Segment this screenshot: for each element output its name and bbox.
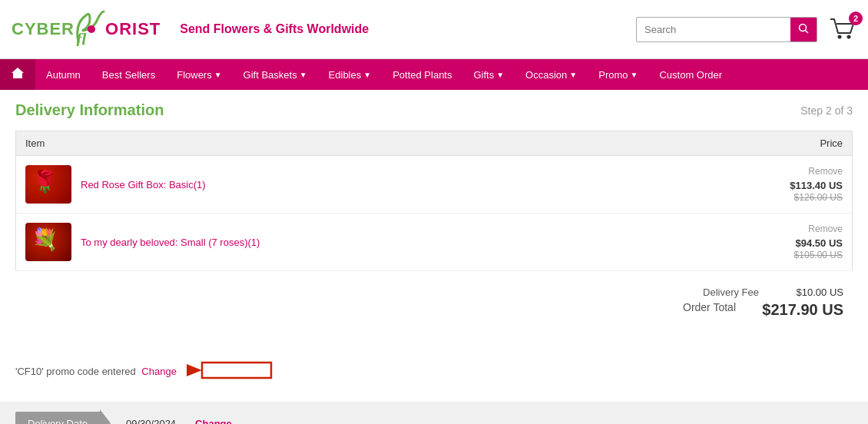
step-indicator: Step 2 of 3 [800,104,853,117]
promo-change-link[interactable]: Change [141,366,177,377]
search-input[interactable] [637,18,790,41]
item-cell-2: To my dearly beloved: Small (7 roses)(1) [16,214,668,271]
chevron-down-icon: ▼ [631,71,638,79]
remove-button-2[interactable]: Remove [678,224,843,234]
home-icon [11,67,25,79]
delivery-change-link[interactable]: Change [195,418,232,425]
price-original-2: $105.00 US [794,250,843,260]
delivery-date-row: Delivery Date 09/30/2024 Change [0,402,868,424]
logo-orist: ORIST [105,19,161,39]
svg-rect-7 [202,363,271,378]
logo-fl: fl [75,8,105,51]
item-row-1: Red Rose Gift Box: Basic(1) [25,165,659,204]
item-cell-1: Red Rose Gift Box: Basic(1) [16,156,668,214]
nav-autumn[interactable]: Autumn [35,61,91,88]
nav-potted-plants[interactable]: Potted Plants [382,61,462,88]
col-price: Price [668,131,853,156]
order-total-row: Order Total $217.90 US [683,301,843,319]
price-current-1: $113.40 US [790,180,843,191]
nav-flowers[interactable]: Flowers ▼ [166,61,232,88]
table-row: To my dearly beloved: Small (7 roses)(1)… [16,214,853,271]
svg-point-0 [88,25,95,33]
nav-best-sellers[interactable]: Best Sellers [91,61,166,88]
chevron-down-icon: ▼ [496,71,504,79]
site-header: CYBER fl ORIST Send Flowers & Gifts Worl… [0,0,868,59]
logo-area: CYBER fl ORIST Send Flowers & Gifts Worl… [12,8,621,51]
delivery-fee-row: Delivery Fee $10.00 US [703,287,843,298]
page-content: Delivery Information Step 2 of 3 Item Pr… [0,90,868,349]
logo-fl-svg: fl [75,8,105,46]
nav-gift-baskets[interactable]: Gift Baskets ▼ [233,61,318,88]
svg-line-3 [806,30,809,33]
page-title: Delivery Information [15,101,164,119]
order-total-label: Order Total [683,301,736,319]
nav-occasion[interactable]: Occasion ▼ [515,61,588,88]
delivery-date-label: Delivery Date [15,412,100,425]
nav-edibles[interactable]: Edibles ▼ [318,61,383,88]
tagline: Send Flowers & Gifts Worldwide [180,22,369,36]
header-right: 2 [636,16,856,43]
delivery-date-value: 09/30/2024 [111,412,191,425]
arrow-svg [187,356,279,384]
nav-custom-order[interactable]: Custom Order [648,61,733,88]
price-original-1: $126.00 US [794,192,843,203]
order-total-value: $217.90 US [751,301,843,319]
logo-cyber: CYBER [12,19,75,39]
promo-text: 'CF10' promo code entered Change [15,366,177,377]
cart-button[interactable]: 2 [829,16,856,43]
chevron-down-icon: ▼ [363,71,371,79]
delivery-fee-value: $10.00 US [774,287,843,298]
nav-promo[interactable]: Promo ▼ [588,61,648,88]
search-box[interactable] [636,17,817,42]
svg-point-4 [838,35,842,38]
price-cell-2: Remove $94.50 US $105.00 US [668,214,853,271]
svg-marker-6 [12,68,24,78]
promo-code-text: 'CF10' promo code entered [15,366,136,377]
delivery-arrow-shape [100,409,111,424]
product-image-1 [25,165,71,204]
order-table: Item Price Red Rose Gift Box: Basic(1) R… [15,131,853,271]
logo[interactable]: CYBER fl ORIST [12,8,161,51]
promo-section: 'CF10' promo code entered Change [0,349,868,394]
delivery-fee-label: Delivery Fee [703,287,759,298]
chevron-down-icon: ▼ [300,71,307,79]
item-row-2: To my dearly beloved: Small (7 roses)(1) [25,223,659,261]
price-cell-1: Remove $113.40 US $126.00 US [668,156,853,214]
svg-marker-8 [187,364,202,376]
svg-text:fl: fl [76,29,87,46]
product-image-2 [25,223,71,261]
promo-row: 'CF10' promo code entered Change [15,356,853,386]
table-header-row: Item Price [16,131,853,156]
svg-point-5 [847,35,851,38]
price-current-2: $94.50 US [796,237,843,249]
product-link-2[interactable]: To my dearly beloved: Small (7 roses)(1) [81,237,260,248]
svg-point-2 [800,24,807,31]
cart-count: 2 [849,12,863,25]
nav-gifts[interactable]: Gifts ▼ [462,61,515,88]
page-header: Delivery Information Step 2 of 3 [15,101,853,119]
main-nav: Autumn Best Sellers Flowers ▼ Gift Baske… [0,59,868,90]
totals-section: Delivery Fee $10.00 US Order Total $217.… [15,283,853,326]
chevron-down-icon: ▼ [569,71,577,79]
nav-home[interactable] [0,59,35,90]
arrow-annotation [187,356,279,386]
search-button[interactable] [790,18,817,41]
remove-button-1[interactable]: Remove [678,166,843,177]
chevron-down-icon: ▼ [214,71,222,79]
table-row: Red Rose Gift Box: Basic(1) Remove $113.… [16,156,853,214]
col-item: Item [16,131,668,156]
product-link-1[interactable]: Red Rose Gift Box: Basic(1) [81,179,206,190]
search-icon [798,23,809,34]
